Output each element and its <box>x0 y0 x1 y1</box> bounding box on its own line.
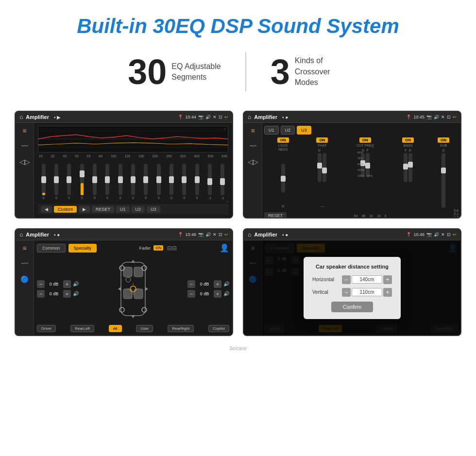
confirm-button[interactable]: Confirm <box>331 302 374 312</box>
prev-btn[interactable]: ◀ <box>41 206 52 213</box>
loudness-on[interactable]: ON <box>277 137 289 143</box>
u1-preset[interactable]: U1 <box>264 126 279 135</box>
u1-btn[interactable]: U1 <box>116 206 130 213</box>
db-plus-lt[interactable]: + <box>63 280 71 288</box>
home-icon-3[interactable]: ⌂ <box>19 231 23 238</box>
page-title: Built-in 30EQ DSP Sound System <box>0 0 476 43</box>
eq-slider-3[interactable]: 0 <box>64 164 75 200</box>
custom-btn[interactable]: Custom <box>54 206 77 213</box>
eq-slider-6[interactable]: 0 <box>102 164 113 200</box>
eq-slider-4[interactable]: 5 <box>76 164 87 200</box>
eq-slider-12[interactable]: 0 <box>179 164 190 200</box>
all-btn[interactable]: All <box>109 325 122 332</box>
vol-icon-3: 🔊 <box>205 232 211 237</box>
eq-slider-8[interactable]: 0 <box>127 164 138 200</box>
cutfreq-slider1[interactable]: 120Hz 100Hz 80Hz 70Hz 60Hz <box>361 153 365 177</box>
eq-slider-15[interactable]: -1 <box>217 164 228 200</box>
db-plus-lb[interactable]: + <box>63 290 71 298</box>
bass-slider2[interactable] <box>408 153 412 182</box>
u2-preset[interactable]: U2 <box>281 126 295 135</box>
eq-slider-2[interactable]: 0 <box>51 164 62 200</box>
eq-main-area: » 2532405063 80100125160200 250320400500… <box>34 123 232 218</box>
bt-icon-3[interactable]: 🔵 <box>20 275 29 283</box>
screen4-statusbar: ⌂ Amplifier ▪ ● 📍 10:46 📷 🔊 ✕ ⊡ ↩ <box>244 229 460 240</box>
u3-preset[interactable]: U3 <box>297 126 311 135</box>
vol-ctrl-icon-2[interactable]: ◁▷ <box>248 158 258 166</box>
eq-slider-7[interactable]: 0 <box>115 164 126 200</box>
common-tab[interactable]: Common <box>37 244 66 253</box>
rearright-btn[interactable]: RearRight <box>168 325 194 332</box>
sub-on[interactable]: ON <box>438 137 449 143</box>
home-icon-2[interactable]: ⌂ <box>248 114 251 120</box>
eq-slider-9[interactable]: 0 <box>140 164 152 200</box>
db-minus-lb[interactable]: − <box>37 290 45 298</box>
copilot-btn[interactable]: Copilot <box>208 325 229 332</box>
db-val-rt: 0 dB <box>197 282 212 287</box>
driver-btn[interactable]: Driver <box>37 325 56 332</box>
crossover-reset[interactable]: RESET <box>264 212 287 219</box>
reset-btn[interactable]: RESET <box>92 206 114 213</box>
eq-slider-11[interactable]: 0 <box>166 164 177 200</box>
cam-icon-4: 📷 <box>426 232 432 237</box>
vertical-plus[interactable]: + <box>383 288 392 297</box>
screen1-status-icons: 📍 10:44 📷 🔊 ✕ ⊡ ↩ <box>178 115 228 119</box>
db-ctrl-lb: − 0 dB + 🔊 <box>37 290 79 298</box>
u3-btn[interactable]: U3 <box>147 206 160 213</box>
eq-slider-14[interactable]: -1 <box>204 164 215 200</box>
cam-icon-2: 📷 <box>426 115 432 119</box>
sub-slider[interactable] <box>442 153 445 208</box>
rearleft-btn[interactable]: RearLeft <box>70 325 94 332</box>
u2-btn[interactable]: U2 <box>132 206 145 213</box>
home-icon[interactable]: ⌂ <box>19 114 23 120</box>
play-btn[interactable]: ▶ <box>79 206 90 213</box>
channel-cutfreq: ON CUT FREQ GF 120Hz 100Hz 80Hz <box>342 137 388 208</box>
loudness-slider[interactable] <box>281 164 285 193</box>
wave-icon-3[interactable]: 〰 <box>21 260 28 268</box>
phat-slider1[interactable] <box>318 153 322 182</box>
spk-icon-rt: 🔊 <box>223 281 229 287</box>
specialty-tab[interactable]: Specialty <box>68 244 97 253</box>
user-btn[interactable]: User <box>136 325 153 332</box>
vertical-minus[interactable]: − <box>342 288 351 297</box>
wave-icon[interactable]: 〰 <box>21 142 28 150</box>
horizontal-plus[interactable]: + <box>383 275 392 284</box>
db-minus-lt[interactable]: − <box>37 280 45 288</box>
wave-icon-2[interactable]: 〰 <box>250 142 256 150</box>
db-plus-rt[interactable]: + <box>214 280 221 288</box>
svg-point-17 <box>142 307 147 312</box>
cutfreq-on[interactable]: ON <box>359 137 371 143</box>
eq-slider-13[interactable]: 0 <box>191 164 203 200</box>
db-val-lt: 0 dB <box>47 282 61 287</box>
fader-left: − 0 dB + 🔊 − 0 dB + 🔊 <box>37 254 79 323</box>
crossover-vals: 644832160 <box>354 214 387 218</box>
eq-icon-3[interactable]: ≡ <box>22 244 26 252</box>
crossover-area: U1 U2 U3 ON LOUDNESS G <box>262 123 460 218</box>
eq-icon-2[interactable]: ≡ <box>251 127 255 135</box>
back-icon-2: ↩ <box>453 115 457 119</box>
horizontal-minus[interactable]: − <box>342 275 351 284</box>
eq-slider-10[interactable]: 0 <box>153 164 164 200</box>
db-minus-rt[interactable]: − <box>187 280 195 288</box>
screen1-time: 10:44 <box>185 115 196 119</box>
horizontal-ctrl: − 140cm + <box>342 275 392 284</box>
phat-on[interactable]: ON <box>316 137 328 143</box>
fader-on[interactable]: ON <box>153 245 163 251</box>
svg-marker-21 <box>145 287 148 291</box>
db-plus-rb[interactable]: + <box>214 290 221 298</box>
vol-ctrl-icon[interactable]: ◁▷ <box>19 158 30 166</box>
stats-row: 30 EQ AdjustableSegments 3 Kinds ofCross… <box>0 43 476 106</box>
eq-graph: » <box>38 126 228 152</box>
svg-marker-19 <box>131 315 135 318</box>
phat-slider2[interactable] <box>323 153 326 182</box>
bass-slider1[interactable] <box>404 153 408 182</box>
eq-slider-5[interactable]: 0 <box>89 164 100 200</box>
channel-loudness: ON LOUDNESS G <box>264 137 302 208</box>
home-icon-4[interactable]: ⌂ <box>248 231 251 238</box>
db-minus-rb[interactable]: − <box>187 290 195 298</box>
eq-slider-1[interactable]: 0 <box>38 164 49 200</box>
cutfreq-slider2[interactable]: 60Hz <box>366 153 370 177</box>
db-val-lb: 0 dB <box>47 291 61 296</box>
back-icon-4: ↩ <box>453 232 457 237</box>
eq-icon[interactable]: ≡ <box>22 127 26 135</box>
bass-on[interactable]: ON <box>402 137 414 143</box>
